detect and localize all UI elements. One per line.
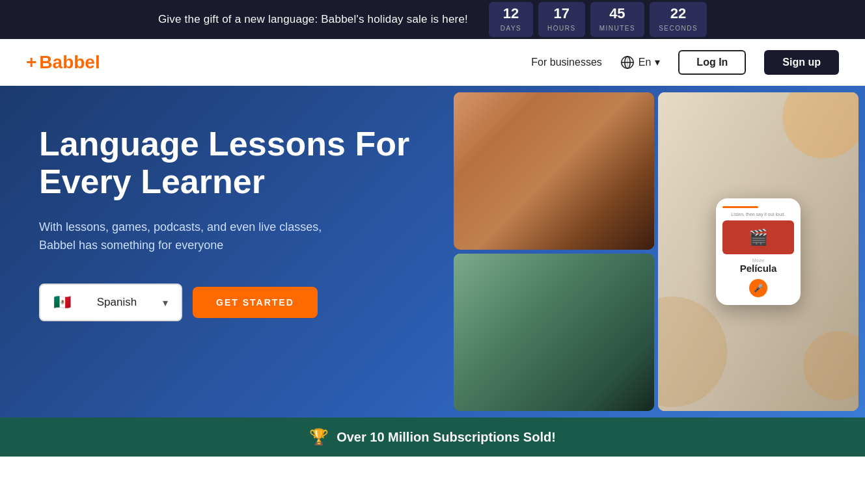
phone-mockup: Listen, then say it out loud. 🎬 Movie Pe… [716, 198, 801, 305]
svg-rect-9 [579, 178, 596, 204]
video-call-svg [454, 254, 654, 411]
svg-point-32 [516, 367, 535, 388]
film-icon: 🎬 [748, 228, 768, 246]
video-call-image [454, 254, 654, 411]
svg-rect-27 [557, 337, 611, 365]
seconds-value: 22 [659, 6, 698, 21]
phone-progress-bar [722, 206, 758, 208]
svg-point-14 [501, 113, 541, 139]
countdown: 12 DAYS 17 HOURS 45 MINUTES 22 SECONDS [489, 2, 707, 37]
phone-app-image: Listen, then say it out loud. 🎬 Movie Pe… [658, 92, 858, 411]
svg-rect-10 [581, 179, 594, 202]
video-call-scene [454, 254, 654, 411]
top-banner: Give the gift of a new language: Babbel'… [0, 0, 865, 39]
svg-rect-6 [501, 161, 542, 228]
hero-title: Language Lessons For Every Learner [39, 125, 417, 200]
language-chevron-icon: ▾ [655, 56, 660, 68]
minutes-unit: 45 MINUTES [590, 2, 645, 37]
navbar: +Babbel For businesses En ▾ Log In Sign … [0, 39, 865, 86]
svg-point-30 [514, 335, 536, 359]
svg-point-5 [499, 118, 542, 165]
language-selector[interactable]: En ▾ [620, 55, 661, 70]
logo[interactable]: +Babbel [26, 52, 100, 73]
friends-image [454, 92, 654, 250]
svg-rect-4 [454, 92, 654, 250]
minutes-value: 45 [599, 6, 636, 21]
svg-point-11 [507, 134, 517, 144]
svg-point-12 [521, 132, 531, 142]
svg-point-22 [454, 373, 654, 411]
svg-point-34 [514, 375, 519, 380]
friends-scene [454, 92, 654, 250]
flag-icon: 🇲🇽 [53, 294, 71, 311]
phone-top-label: Listen, then say it out loud. [722, 212, 794, 217]
minutes-label: MINUTES [599, 25, 636, 32]
svg-rect-25 [480, 405, 627, 411]
hours-value: 17 [547, 6, 576, 21]
svg-point-31 [575, 335, 594, 356]
svg-rect-29 [557, 367, 611, 395]
hero-subtitle: With lessons, games, podcasts, and even … [39, 219, 351, 255]
banner-text: Give the gift of a new language: Babbel'… [158, 13, 468, 26]
login-button[interactable]: Log In [678, 50, 746, 75]
language-dropdown[interactable]: 🇲🇽 Spanish ▾ [39, 284, 182, 321]
svg-point-15 [558, 109, 603, 133]
mic-button[interactable]: 🎤 [749, 279, 767, 297]
dropdown-chevron-icon: ▾ [163, 297, 168, 309]
svg-point-35 [521, 403, 561, 411]
friends-svg [454, 92, 654, 250]
hours-unit: 17 HOURS [538, 2, 585, 37]
globe-icon [620, 55, 635, 70]
hero-controls: 🇲🇽 Spanish ▾ GET STARTED [39, 284, 417, 321]
phone-image-area: 🎬 [722, 220, 794, 254]
hero-images: Listen, then say it out loud. 🎬 Movie Pe… [450, 86, 865, 418]
days-unit: 12 DAYS [489, 2, 533, 37]
svg-line-13 [518, 139, 521, 139]
days-value: 12 [498, 6, 524, 21]
nav-right: For businesses En ▾ Log In Sign up [531, 50, 839, 75]
svg-rect-16 [454, 231, 654, 250]
svg-rect-24 [494, 334, 614, 398]
svg-rect-21 [454, 254, 654, 411]
logo-plus: + [26, 52, 36, 73]
language-code: En [638, 57, 652, 68]
bottom-banner-text: Over 10 Million Subscriptions Sold! [336, 430, 556, 445]
hero-section: Language Lessons For Every Learner With … [0, 86, 865, 418]
bottom-banner: 🏆 Over 10 Million Subscriptions Sold! [0, 418, 865, 457]
hero-left: Language Lessons For Every Learner With … [0, 86, 450, 418]
phone-category-label: Movie [722, 258, 794, 263]
hours-label: HOURS [547, 25, 576, 32]
days-label: DAYS [501, 25, 522, 32]
for-businesses-link[interactable]: For businesses [531, 57, 602, 68]
signup-button[interactable]: Sign up [764, 50, 839, 75]
svg-point-33 [575, 367, 593, 388]
svg-rect-28 [497, 367, 554, 395]
svg-rect-23 [491, 332, 618, 406]
trophy-icon: 🏆 [309, 428, 329, 446]
selected-language: Spanish [97, 296, 137, 309]
logo-name: Babbel [39, 52, 100, 73]
seconds-unit: 22 SECONDS [650, 2, 707, 37]
svg-rect-8 [559, 156, 603, 230]
svg-rect-26 [497, 337, 554, 365]
get-started-button[interactable]: GET STARTED [193, 287, 318, 318]
phone-word: Película [722, 263, 794, 274]
svg-point-7 [558, 111, 603, 159]
seconds-label: SECONDS [659, 25, 698, 32]
